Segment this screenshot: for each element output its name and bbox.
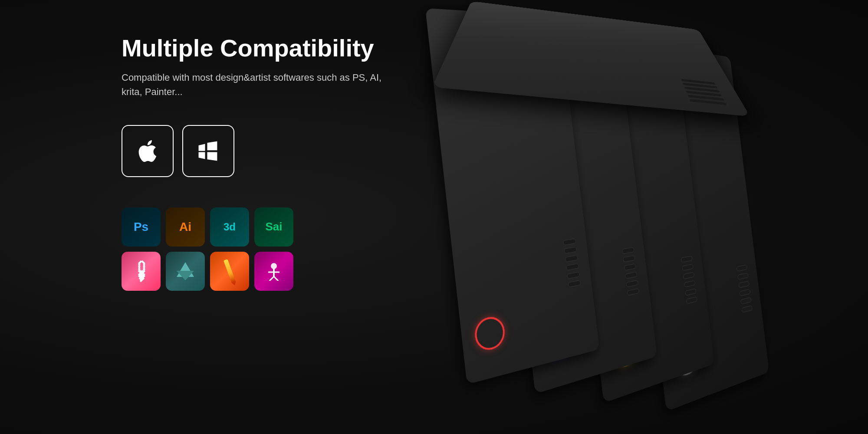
pencil-icon[interactable]	[210, 252, 249, 291]
photoshop-icon[interactable]: Ps	[122, 207, 161, 247]
svg-line-4	[274, 276, 278, 281]
btn-6	[627, 288, 639, 296]
btn-6	[741, 305, 753, 313]
btn-5	[626, 280, 638, 287]
windows-logo-svg	[195, 138, 221, 164]
btn-6	[686, 296, 698, 304]
btn-1	[681, 256, 693, 263]
btn-1	[563, 238, 576, 245]
affinity-brush-icon: 🖌	[127, 257, 155, 285]
btn-3	[565, 255, 578, 262]
main-title: Multiple Compatibility	[122, 35, 382, 62]
apple-logo-svg	[135, 138, 161, 164]
tablets-area	[391, 0, 868, 434]
sai-label: Sai	[265, 220, 282, 233]
tablet-2-buttons	[622, 247, 639, 296]
os-icons-group	[122, 125, 382, 177]
btn-2	[682, 264, 694, 271]
btn-5	[685, 288, 697, 296]
btn-4	[684, 280, 696, 287]
affinity-icon[interactable]: 🖌	[122, 252, 161, 291]
3dcoat-icon[interactable]: 3d	[210, 207, 249, 247]
btn-2	[564, 247, 577, 253]
krita-icon[interactable]	[166, 252, 205, 291]
zbrush-figure-svg	[264, 262, 283, 281]
tablet-1-buttons	[563, 238, 581, 287]
zbrush-icon[interactable]	[254, 252, 293, 291]
tablet-4-buttons	[736, 265, 753, 313]
btn-3	[683, 272, 694, 279]
btn-1	[736, 265, 748, 272]
btn-2	[737, 273, 749, 279]
btn-3	[738, 281, 750, 288]
btn-5	[740, 297, 752, 304]
apple-os-icon[interactable]	[122, 125, 174, 177]
svg-line-3	[270, 276, 274, 281]
btn-4	[625, 272, 638, 279]
btn-1	[622, 247, 635, 254]
left-content: Multiple Compatibility Compatible with m…	[122, 35, 382, 291]
illustrator-icon[interactable]: Ai	[166, 207, 205, 247]
ai-label: Ai	[179, 220, 191, 234]
software-grid: Ps Ai 3d Sai 🖌	[122, 207, 382, 291]
ps-label: Ps	[134, 220, 148, 234]
svg-point-0	[271, 263, 277, 269]
btn-2	[623, 255, 635, 262]
windows-os-icon[interactable]	[182, 125, 234, 177]
page-wrapper: Multiple Compatibility Compatible with m…	[0, 0, 868, 434]
tablet-3-buttons	[681, 256, 697, 304]
btn-4	[740, 289, 751, 296]
sai-icon[interactable]: Sai	[254, 207, 293, 247]
btn-3	[624, 263, 637, 271]
subtitle: Compatible with most design&artist softw…	[122, 70, 382, 99]
btn-6	[568, 280, 581, 287]
red-dial	[473, 314, 506, 353]
btn-5	[567, 272, 580, 279]
3d-label: 3d	[224, 221, 236, 233]
btn-4	[566, 263, 579, 271]
